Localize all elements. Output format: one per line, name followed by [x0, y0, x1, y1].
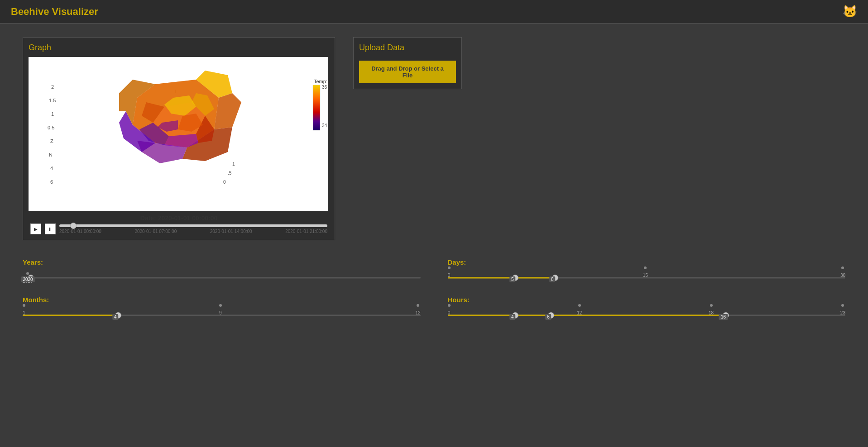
upload-title: Upload Data: [359, 43, 456, 52]
svg-text:36: 36: [322, 85, 327, 90]
svg-text:6: 6: [50, 179, 53, 185]
slider-label-days: Days:: [448, 258, 846, 266]
sliders-section: Years: 2020 2020 Days: 0: [0, 254, 868, 333]
slider-label-months: Months:: [23, 296, 421, 304]
slider-thumb-label-days-1: 5: [509, 276, 516, 282]
svg-text:Z: Z: [50, 138, 53, 144]
play-button[interactable]: ▶: [30, 224, 41, 234]
svg-rect-30: [313, 85, 320, 130]
app-title: Beehive Visualizer: [11, 6, 98, 18]
slider-thumb-label-days-2: 8: [549, 276, 556, 282]
graph-title: Graph: [29, 43, 329, 52]
slider-days[interactable]: 0 15 30 5 8: [448, 269, 846, 287]
timeline-labels: 2020-01-01 00:00:00 2020-01-01 07:00:00 …: [59, 229, 327, 234]
svg-text:4: 4: [50, 166, 53, 171]
graph-svg: 2 1.5 1 0.5 Z N 4 6 II 0 .5 1: [29, 57, 328, 211]
svg-text:N: N: [49, 152, 53, 157]
slider-group-years: Years: 2020 2020: [23, 258, 421, 287]
svg-text:1: 1: [232, 162, 235, 166]
app-icon: 🐱: [843, 5, 857, 19]
upload-panel: Upload Data Drag and Drop or Select a Fi…: [353, 37, 462, 89]
slider-thumb-label-months-1: 4: [112, 314, 119, 320]
svg-text:34: 34: [322, 123, 327, 128]
pause-button[interactable]: ⏸: [45, 224, 56, 234]
timeline-label-3: 2020-01-01 21:00:00: [285, 229, 327, 234]
graph-visualization: 2 1.5 1 0.5 Z N 4 6 II 0 .5 1: [29, 57, 328, 211]
slider-months[interactable]: 1 9 12 4: [23, 306, 421, 324]
slider-thumb-label-hours-2: 6: [545, 314, 551, 320]
slider-thumb-label-hours-1: 4: [509, 314, 516, 320]
slider-track-days: [448, 277, 846, 279]
svg-text:.5: .5: [228, 171, 232, 176]
timeline-label-0: 2020-01-01 00:00:00: [59, 229, 101, 234]
slider-fill-months: [23, 315, 118, 316]
timeline-track[interactable]: [59, 224, 327, 227]
slider-thumb-hours-1[interactable]: 4: [512, 312, 518, 319]
slider-group-days: Days: 0 15 30 5 8: [448, 258, 846, 287]
svg-text:2: 2: [51, 84, 54, 90]
slider-years[interactable]: 2020 2020: [23, 269, 421, 287]
slider-label-years: Years:: [23, 258, 421, 266]
playback-controls: ▶ ⏸ 2020-01-01 00:00:00 2020-01-01 07:00…: [29, 224, 329, 234]
slider-thumb-label-hours-3: 16: [719, 314, 728, 320]
slider-label-hours: Hours:: [448, 296, 846, 304]
timeline-thumb[interactable]: [70, 223, 77, 229]
svg-text:1: 1: [51, 111, 54, 117]
slider-group-hours: Hours: 0 12 18 23 4 6 16: [448, 296, 846, 324]
header: Beehive Visualizer 🐱: [0, 0, 868, 24]
timeline-label-2: 2020-01-01 14:00:00: [210, 229, 252, 234]
slider-track-hours: [448, 315, 846, 316]
slider-thumb-hours-3[interactable]: 16: [723, 312, 729, 319]
slider-fill-hours: [448, 315, 726, 316]
slider-thumb-months-1[interactable]: 4: [115, 312, 121, 319]
svg-text:0: 0: [223, 180, 226, 185]
graph-panel: Graph 2 1.5 1 0.5 Z N 4 6 II 0 .5 1: [23, 37, 335, 240]
date-label: Date: 2020-01-01 00:00:00: [29, 214, 329, 222]
svg-text:0.5: 0.5: [48, 125, 54, 130]
slider-thumb-days-1[interactable]: 5: [512, 275, 518, 281]
slider-hours[interactable]: 0 12 18 23 4 6 16: [448, 306, 846, 324]
slider-track-months: [23, 315, 421, 316]
slider-group-months: Months: 1 9 12 4: [23, 296, 421, 324]
upload-button[interactable]: Drag and Drop or Select a File: [359, 61, 456, 83]
slider-thumb-days-2[interactable]: 8: [552, 275, 558, 281]
slider-fill-days: [448, 277, 555, 279]
slider-thumb-years[interactable]: 2020: [28, 275, 34, 281]
slider-thumb-label-years: 2020: [21, 276, 34, 282]
main-content: Graph 2 1.5 1 0.5 Z N 4 6 II 0 .5 1: [0, 24, 868, 254]
slider-track-years: [23, 277, 421, 279]
svg-text:Temp:: Temp:: [314, 79, 327, 84]
timeline-label-1: 2020-01-01 07:00:00: [134, 229, 177, 234]
timeline[interactable]: 2020-01-01 00:00:00 2020-01-01 07:00:00 …: [59, 224, 327, 234]
svg-text:1.5: 1.5: [49, 98, 56, 103]
slider-ticks-years: 2020: [23, 278, 421, 289]
slider-thumb-hours-2[interactable]: 6: [548, 312, 554, 319]
